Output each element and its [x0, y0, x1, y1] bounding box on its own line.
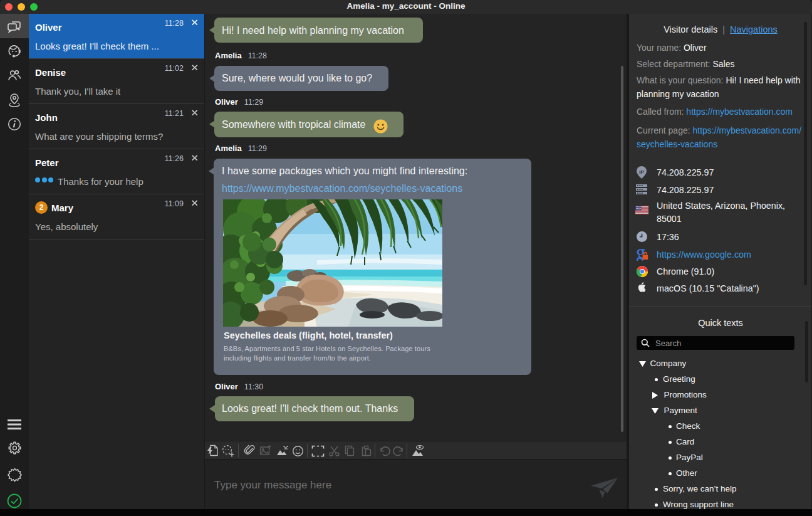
svg-text:IP: IP: [639, 169, 644, 175]
